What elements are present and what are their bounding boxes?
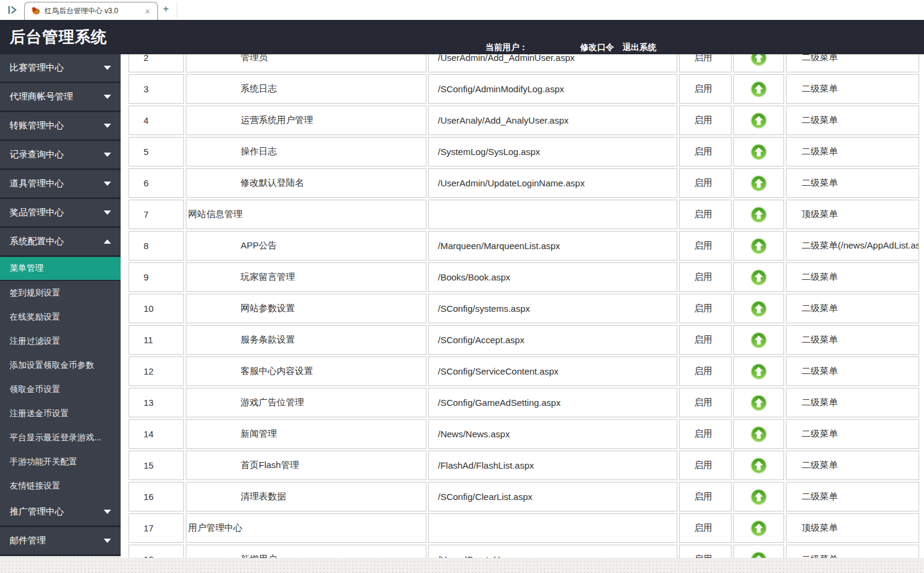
chevron-icon xyxy=(104,539,111,543)
sidebar-submenu-label: 平台显示最近登录游戏... xyxy=(10,432,101,443)
change-password-link[interactable]: 修改口令 xyxy=(580,42,614,53)
green-up-arrow-icon[interactable] xyxy=(750,332,767,349)
sidebar-toggle-icon[interactable] xyxy=(6,4,19,16)
cell-menu-status: 启用 xyxy=(679,513,732,543)
green-up-arrow-icon[interactable] xyxy=(750,394,767,411)
cell-menu-url: /UserAdmin/UpdateLoginName.aspx xyxy=(428,168,677,198)
cell-menu-name: 系统日志 xyxy=(186,74,426,104)
cell-status-icon xyxy=(733,482,784,511)
chevron-icon xyxy=(104,153,111,157)
cell-menu-id: 18 xyxy=(128,545,184,558)
green-up-arrow-icon[interactable] xyxy=(750,520,767,537)
cell-menu-url: /Books/Book.aspx xyxy=(428,262,677,292)
cell-menu-id: 12 xyxy=(128,356,184,386)
cell-menu-id: 16 xyxy=(128,482,184,511)
cell-menu-type: 顶级菜单 xyxy=(786,513,919,543)
cell-status-icon xyxy=(733,419,784,449)
cell-menu-name: 游戏广告位管理 xyxy=(186,388,426,417)
table-row: 10 网站参数设置 /SConfig/systems.aspx 启用 二级菜单 xyxy=(128,294,919,323)
cell-menu-status: 启用 xyxy=(679,451,732,480)
cell-menu-url: /SConfig/ServiceContent.aspx xyxy=(428,356,677,386)
logout-link[interactable]: 退出系统 xyxy=(622,42,656,53)
cell-menu-id: 11 xyxy=(128,325,184,355)
sidebar-group-item[interactable]: 系统配置中心 xyxy=(0,228,121,257)
cell-menu-name: 运营系统用户管理 xyxy=(186,106,426,135)
cell-menu-status: 启用 xyxy=(679,54,732,72)
cell-menu-status: 启用 xyxy=(679,356,732,386)
sidebar-submenu-item[interactable]: 手游功能开关配置 xyxy=(0,450,121,474)
sidebar-submenu-item[interactable]: 签到规则设置 xyxy=(0,281,121,305)
cell-menu-url xyxy=(428,200,677,229)
new-tab-button[interactable]: + xyxy=(163,3,169,15)
cell-menu-url: /UserAdmin/Add_AdminUser.aspx xyxy=(428,54,677,72)
green-up-arrow-icon[interactable] xyxy=(750,54,767,66)
cell-status-icon xyxy=(733,294,784,323)
table-row: 16 清理表数据 /SConfig/ClearList.aspx 启用 二级菜单 xyxy=(128,482,919,511)
cell-menu-name: 玩家留言管理 xyxy=(186,262,426,292)
cell-menu-id: 5 xyxy=(128,137,184,166)
cell-menu-type: 二级菜单 xyxy=(786,388,919,417)
cell-menu-id: 4 xyxy=(128,106,184,135)
sidebar-group-label: 邮件管理 xyxy=(10,535,46,546)
green-up-arrow-icon[interactable] xyxy=(750,81,767,98)
green-up-arrow-icon[interactable] xyxy=(750,457,767,474)
green-up-arrow-icon[interactable] xyxy=(750,206,767,223)
cell-menu-status: 启用 xyxy=(679,545,732,558)
sidebar-submenu-item[interactable]: 添加设置领取金币参数 xyxy=(0,353,121,378)
cell-menu-type: 二级菜单 xyxy=(786,262,919,292)
green-up-arrow-icon[interactable] xyxy=(750,175,767,192)
sidebar-group-item[interactable]: 转账管理中心 xyxy=(0,112,121,141)
sidebar-submenu-item[interactable]: 友情链接设置 xyxy=(0,474,121,498)
cell-menu-name: 新闻管理 xyxy=(186,419,426,449)
cell-menu-type: 二级菜单 xyxy=(786,137,919,166)
table-row: 9 玩家留言管理 /Books/Book.aspx 启用 二级菜单 xyxy=(128,262,919,292)
green-up-arrow-icon[interactable] xyxy=(750,426,767,443)
cell-status-icon xyxy=(733,200,784,229)
sidebar-submenu-item[interactable]: 注册过滤设置 xyxy=(0,329,121,353)
user-bar: 当前用户： 修改口令 退出系统 xyxy=(486,42,665,53)
sidebar-submenu-item[interactable]: 注册送金币设置 xyxy=(0,402,121,426)
cell-menu-name: 网站参数设置 xyxy=(186,294,426,323)
cell-menu-status: 启用 xyxy=(679,419,732,449)
cell-menu-id: 15 xyxy=(128,451,184,480)
cell-menu-name: 清理表数据 xyxy=(186,482,426,511)
sidebar-group-item[interactable]: 比赛管理中心 xyxy=(0,54,121,83)
green-up-arrow-icon[interactable] xyxy=(750,269,767,286)
green-up-arrow-icon[interactable] xyxy=(750,489,767,505)
sidebar-submenu-label: 友情链接设置 xyxy=(10,481,60,492)
browser-tab[interactable]: 红鸟后台管理中心 v3.0 × xyxy=(24,2,158,20)
green-up-arrow-icon[interactable] xyxy=(750,112,767,129)
green-up-arrow-icon[interactable] xyxy=(750,300,767,317)
sidebar-group-item[interactable]: 推广管理中心 xyxy=(0,498,121,527)
sidebar-submenu-item[interactable]: 领取金币设置 xyxy=(0,378,121,402)
cell-status-icon xyxy=(733,545,784,558)
cell-menu-url xyxy=(428,513,677,543)
green-up-arrow-icon[interactable] xyxy=(750,238,767,255)
cell-menu-status: 启用 xyxy=(679,294,732,323)
sidebar-submenu-label: 菜单管理 xyxy=(10,263,43,274)
sidebar-group-item[interactable]: 代理商帐号管理 xyxy=(0,83,121,112)
sidebar-submenu-item[interactable]: 在线奖励设置 xyxy=(0,305,121,329)
sidebar-group-label: 道具管理中心 xyxy=(10,178,64,189)
chevron-icon xyxy=(104,182,111,186)
green-up-arrow-icon[interactable] xyxy=(750,363,767,380)
tab-close-icon[interactable]: × xyxy=(144,7,151,16)
cell-status-icon xyxy=(733,451,784,480)
green-up-arrow-icon[interactable] xyxy=(750,144,767,160)
sidebar-submenu-item[interactable]: 平台显示最近登录游戏... xyxy=(0,426,121,450)
cell-menu-id: 3 xyxy=(128,74,184,104)
sidebar-group-item[interactable]: 奖品管理中心 xyxy=(0,199,121,228)
cell-status-icon xyxy=(733,137,784,166)
cell-menu-type: 二级菜单 xyxy=(786,482,919,511)
cell-menu-url: /SystemLog/SysLog.aspx xyxy=(428,137,677,166)
sidebar-group-item[interactable]: 记录查询中心 xyxy=(0,141,121,170)
sidebar-group-item[interactable]: 邮件管理 xyxy=(0,527,121,556)
cell-menu-type: 二级菜单 xyxy=(786,106,919,135)
sidebar-submenu-label: 添加设置领取金币参数 xyxy=(10,360,94,371)
sidebar-group-item[interactable]: 道具管理中心 xyxy=(0,170,121,199)
sidebar-submenu-item[interactable]: 菜单管理 xyxy=(0,257,121,281)
chevron-icon xyxy=(104,239,111,244)
green-up-arrow-icon[interactable] xyxy=(750,551,767,559)
cell-menu-type: 二级菜单 xyxy=(786,168,919,198)
table-row: 4 运营系统用户管理 /UserAnaly/Add_AnalyUser.aspx… xyxy=(128,106,919,135)
